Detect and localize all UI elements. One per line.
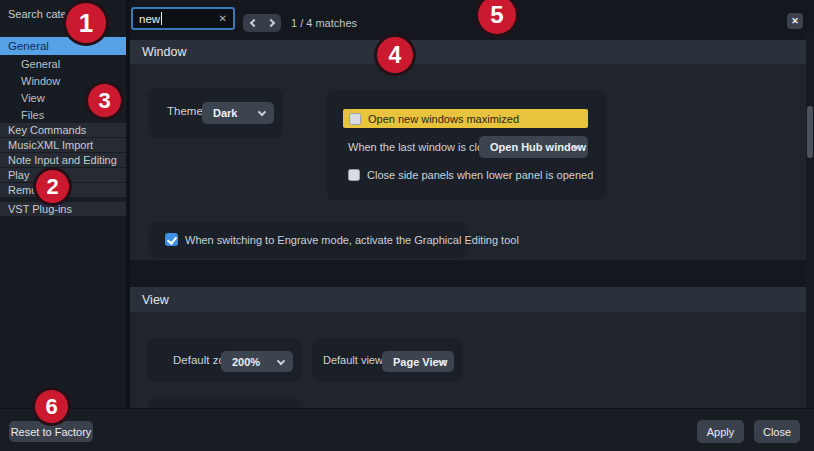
dialog-footer: Reset to Factory Apply Close	[0, 408, 814, 451]
scrollbar-thumb[interactable]	[807, 106, 813, 158]
close-side-panels-label: Close side panels when lower panel is op…	[367, 169, 593, 181]
default-zoom-dropdown[interactable]: 200%	[221, 351, 293, 372]
callout-badge-1: 1	[63, 0, 109, 46]
search-query-text: new	[139, 13, 160, 25]
engrave-mode-checkbox[interactable]	[165, 233, 178, 246]
next-match-button[interactable]	[262, 14, 281, 32]
last-window-dropdown[interactable]: Open Hub window	[479, 136, 588, 158]
category-sidebar: Search categories General General Window…	[0, 0, 127, 408]
last-window-value: Open Hub window	[479, 141, 586, 153]
close-button[interactable]: Close	[754, 420, 800, 443]
callout-badge-4: 4	[374, 34, 416, 76]
engrave-option-panel: When switching to Engrave mode, activate…	[148, 222, 468, 258]
default-zoom-value: 200%	[221, 356, 260, 368]
sidebar-item-general[interactable]: General	[0, 37, 126, 55]
chevron-down-icon	[258, 108, 266, 116]
section-header-window: Window	[130, 40, 806, 64]
sidebar-subitem-general[interactable]: General	[0, 55, 126, 72]
apply-button[interactable]: Apply	[697, 420, 744, 443]
chevron-right-icon	[266, 19, 274, 27]
search-toolbar: new ✕ 1 / 4 matches ✕	[130, 0, 814, 33]
previous-match-button[interactable]	[243, 14, 262, 32]
option-engrave-mode[interactable]: When switching to Engrave mode, activate…	[165, 233, 519, 246]
window-options-panel: Open new windows maximized When the last…	[327, 90, 607, 200]
preferences-dialog: Search categories General General Window…	[0, 0, 814, 451]
partial-panel	[147, 399, 302, 408]
clear-search-icon[interactable]: ✕	[219, 14, 227, 24]
section-title: View	[142, 293, 169, 307]
open-maximized-label: Open new windows maximized	[368, 113, 519, 125]
option-open-maximized-highlighted[interactable]: Open new windows maximized	[343, 109, 588, 128]
theme-label: Theme:	[167, 105, 206, 117]
callout-badge-6: 6	[32, 387, 71, 426]
sidebar-item-note-input[interactable]: Note Input and Editing	[0, 153, 126, 167]
match-count-label: 1 / 4 matches	[291, 17, 357, 29]
option-close-side-panels[interactable]: Close side panels when lower panel is op…	[348, 169, 593, 181]
default-view-type-dropdown[interactable]: Page View	[382, 351, 454, 372]
close-search-button[interactable]: ✕	[787, 13, 803, 29]
chevron-left-icon	[249, 19, 257, 27]
sidebar-item-musicxml-import[interactable]: MusicXML Import	[0, 138, 126, 152]
close-side-panels-checkbox[interactable]	[348, 169, 360, 181]
section-title: Window	[142, 45, 186, 59]
default-view-type-panel: Default view type: Page View	[312, 338, 463, 382]
theme-dropdown[interactable]: Dark	[202, 102, 274, 124]
match-navigation	[243, 14, 281, 32]
chevron-down-icon	[277, 356, 285, 364]
search-input[interactable]: new ✕	[131, 7, 235, 30]
open-maximized-checkbox[interactable]	[349, 113, 361, 125]
callout-badge-2: 2	[33, 167, 72, 206]
text-cursor	[161, 12, 162, 25]
vertical-scrollbar[interactable]	[806, 33, 814, 408]
callout-badge-3: 3	[85, 81, 124, 120]
theme-value: Dark	[202, 107, 237, 119]
close-icon: ✕	[791, 16, 799, 26]
section-header-view: View	[130, 287, 806, 312]
theme-panel: Theme: Dark	[148, 88, 283, 138]
sidebar-item-vst-plugins[interactable]: VST Plug-ins	[0, 202, 126, 216]
engrave-mode-label: When switching to Engrave mode, activate…	[185, 234, 519, 246]
default-zoom-panel: Default zoom: 200%	[147, 338, 302, 382]
sidebar-item-key-commands[interactable]: Key Commands	[0, 123, 126, 137]
